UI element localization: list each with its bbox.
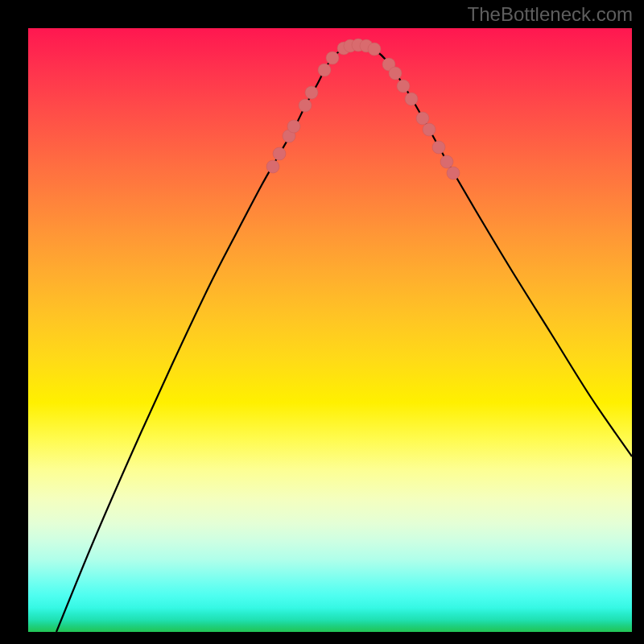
marker-dot	[318, 64, 331, 76]
marker-dot	[299, 99, 312, 112]
marker-dot	[432, 141, 445, 154]
chart-frame: TheBottleneck.com	[0, 0, 644, 644]
marker-dot	[397, 80, 410, 93]
marker-dot	[447, 167, 460, 180]
marker-dot	[368, 43, 381, 56]
watermark-text: TheBottleneck.com	[468, 3, 633, 26]
marker-dot	[273, 147, 286, 160]
marker-dot	[287, 120, 300, 133]
marker-dot	[416, 112, 429, 125]
marker-dot	[405, 93, 418, 105]
marker-dot	[266, 160, 279, 173]
marker-dot	[423, 123, 436, 136]
bottleneck-curve	[56, 45, 632, 632]
curve-svg	[28, 28, 632, 632]
marker-dot	[305, 86, 318, 99]
plot-area	[28, 28, 632, 632]
marker-dot	[389, 67, 402, 80]
marker-dot	[326, 52, 339, 64]
highlight-dots	[266, 39, 460, 180]
marker-dot	[440, 155, 453, 168]
